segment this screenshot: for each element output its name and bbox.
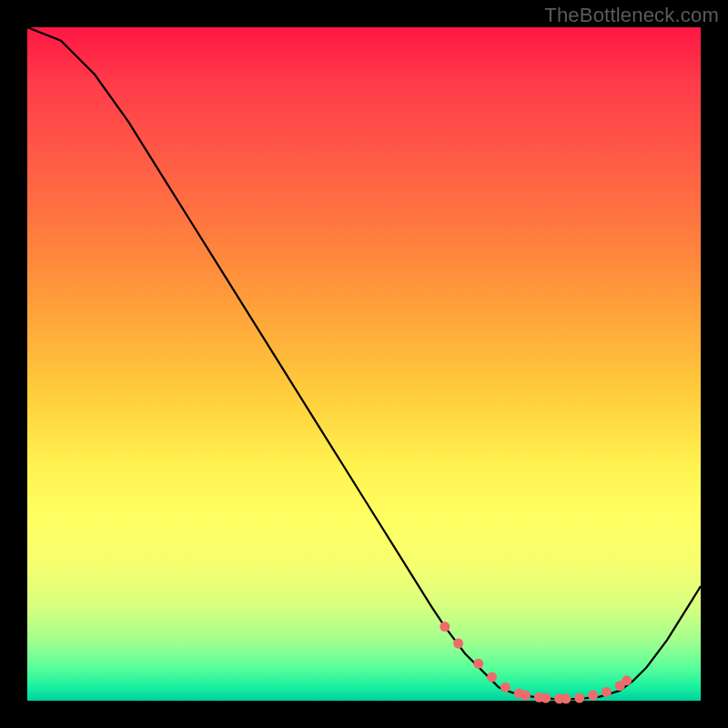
highlight-dot bbox=[473, 659, 483, 669]
highlight-dot bbox=[622, 675, 632, 685]
curve-svg bbox=[27, 27, 701, 701]
highlight-dot bbox=[561, 693, 571, 703]
watermark-text: TheBottleneck.com bbox=[544, 4, 719, 27]
bottleneck-curve-path bbox=[27, 27, 701, 700]
highlight-dot bbox=[541, 693, 551, 703]
highlight-dot bbox=[602, 687, 612, 697]
highlight-dot bbox=[487, 672, 497, 682]
highlight-dot bbox=[588, 691, 598, 701]
highlight-dot bbox=[440, 622, 450, 632]
highlight-dots-group bbox=[440, 622, 632, 703]
plot-area bbox=[27, 27, 701, 701]
highlight-dot bbox=[453, 639, 463, 649]
chart-frame: TheBottleneck.com bbox=[0, 0, 728, 728]
highlight-dot bbox=[574, 693, 584, 703]
highlight-dot bbox=[521, 691, 531, 701]
highlight-dot bbox=[500, 682, 511, 693]
